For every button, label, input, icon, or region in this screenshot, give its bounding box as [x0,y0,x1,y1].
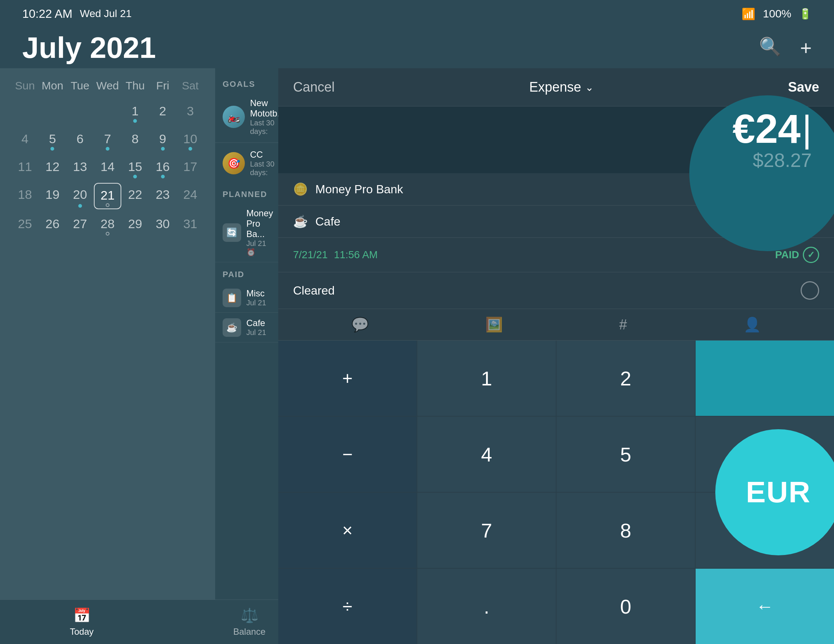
save-button[interactable]: Save [788,79,819,95]
cal-day[interactable]: 30 [149,212,176,237]
numpad-btn-x[interactable]: + [278,341,417,416]
cal-day[interactable]: 5 [39,127,66,152]
cal-day[interactable]: 15 [121,155,149,180]
comment-icon[interactable]: 💬 [351,316,369,333]
day-dot [189,147,192,151]
goal-item-cc[interactable]: 🎯 CC Last 30 days: [215,144,282,182]
numpad-btn-x[interactable]: . [417,569,556,644]
battery-pct: 100% [763,7,791,20]
cal-day[interactable]: 14 [94,155,121,180]
day-header-thu: Thu [121,76,149,96]
cal-day[interactable]: 20 [66,183,94,209]
cal-day[interactable]: 19 [39,183,66,209]
cal-day[interactable]: 29 [121,212,149,237]
account-name: Money Pro Bank [315,182,403,196]
planned-name-1: Money Pro Ba... [246,208,275,239]
planned-item-1[interactable]: 🔄 Money Pro Ba... Jul 21 ⏰ [215,203,282,262]
cursor: | [802,110,812,147]
numpad-btn-4[interactable]: 4 [417,416,556,492]
cleared-row[interactable]: Cleared [278,272,834,309]
cal-day[interactable]: 4 [11,127,39,152]
wallet-icon: 🪙 [293,182,308,196]
cal-day[interactable]: 10 [176,127,204,152]
day-headers: Sun Mon Tue Wed Thu Fri Sat [11,76,204,96]
cal-day[interactable]: 24 [176,183,204,209]
day-header-mon: Mon [39,76,66,96]
cal-day[interactable]: 6 [66,127,94,152]
cal-day[interactable]: 11 [11,155,39,180]
goal-sub-2: Last 30 days: [250,160,275,177]
cal-day[interactable]: 26 [39,212,66,237]
day-dot [50,147,54,151]
cal-day[interactable]: 12 [39,155,66,180]
cal-day[interactable]: 22 [121,183,149,209]
cal-day[interactable]: 3 [176,99,204,124]
cal-day[interactable]: 25 [11,212,39,237]
paid-item-cafe[interactable]: ☕ Cafe Jul 21 [215,313,282,342]
cal-day[interactable]: 16 [149,155,176,180]
paid-date-2: Jul 21 [246,328,275,337]
tools-row: 💬 🖼️ # 👤 [278,309,834,341]
category-icon: ☕ [293,215,308,229]
cancel-button[interactable]: Cancel [293,79,335,95]
tab-today[interactable]: 📅 Today [70,607,94,637]
expense-type-selector[interactable]: Expense ⌄ [529,79,593,95]
side-panel: GOALS 🏍️ New Mototb... Last 30 days: 🎯 C… [215,68,282,599]
cal-day[interactable]: 1 [121,99,149,124]
person-icon[interactable]: 👤 [743,316,761,333]
goals-label: GOALS [215,76,282,93]
planned-date-1: Jul 21 ⏰ [246,239,275,257]
numpad-btn-x[interactable]: − [278,416,417,492]
chevron-down-icon: ⌄ [585,81,593,94]
cal-day[interactable]: 28 [94,212,121,237]
cleared-toggle[interactable] [801,281,819,300]
paid-label: PAID [215,266,282,283]
cal-day[interactable]: 8 [121,127,149,152]
hashtag-icon[interactable]: # [619,317,627,333]
image-icon[interactable]: 🖼️ [485,316,503,333]
motorcycle-icon: 🏍️ [223,106,245,128]
txn-time: 11:56 AM [334,249,378,260]
header-icons: 🔍 + [759,36,812,59]
day-dot-empty [106,203,110,207]
status-date: Wed Jul 21 [80,8,132,20]
cal-day[interactable]: 23 [149,183,176,209]
day-dot [133,119,137,123]
search-icon[interactable]: 🔍 [759,36,781,59]
day-header-wed: Wed [94,76,121,96]
goal-item-motorcycle[interactable]: 🏍️ New Mototb... Last 30 days: [215,93,282,141]
cal-day[interactable]: 18 [11,183,39,209]
eur-currency-circle[interactable]: EUR [715,429,834,555]
numpad-btn-1[interactable]: 1 [417,341,556,416]
amount-display: €24 | $28.27 [278,107,834,173]
paid-check-icon: ✓ [803,247,819,263]
cal-day[interactable]: 31 [176,212,204,237]
cleared-label: Cleared [293,284,335,297]
wifi-icon: 📶 [742,7,755,20]
tab-today-label: Today [70,626,94,637]
numpad-btn-x[interactable]: ÷ [278,569,417,644]
numpad-btn-8[interactable]: 8 [556,493,695,568]
numpad-btn-x[interactable]: × [278,493,417,568]
paid-item-misc[interactable]: 📋 Misc Jul 21 [215,283,282,313]
cal-day[interactable]: 27 [66,212,94,237]
txn-date: 7/21/21 [293,249,328,260]
numpad-area: +12−456×789÷.0← EUR [278,341,834,644]
add-icon[interactable]: + [800,36,812,59]
tab-balance[interactable]: ⚖️ Balance [233,607,266,637]
cal-day[interactable]: 2 [149,99,176,124]
day-dot [106,147,110,151]
numpad-btn-x[interactable]: ← [696,569,834,644]
numpad-btn-5[interactable]: 5 [556,416,695,492]
numpad-btn-0[interactable]: 0 [556,569,695,644]
battery-icon: 🔋 [799,8,812,20]
cal-day[interactable]: 21 [94,183,121,209]
cal-day[interactable]: 9 [149,127,176,152]
cal-day[interactable]: 13 [66,155,94,180]
cal-day[interactable]: 7 [94,127,121,152]
status-bar: 10:22 AM Wed Jul 21 📶 100% 🔋 [0,0,834,27]
numpad-btn-2[interactable]: 2 [556,341,695,416]
numpad-btn-7[interactable]: 7 [417,493,556,568]
cal-day[interactable]: 17 [176,155,204,180]
amount-value: €24 [732,108,801,149]
